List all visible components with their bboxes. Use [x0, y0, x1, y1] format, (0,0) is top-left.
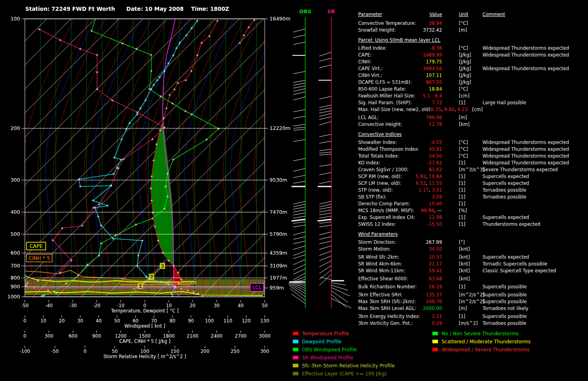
param-value: 38.94: [382, 20, 442, 26]
wind-barb: [293, 124, 305, 126]
wind-barb: [319, 111, 331, 113]
wind-barb: [293, 181, 305, 183]
param-value: -27.62: [382, 160, 442, 166]
param-unit: [1]: [459, 215, 465, 220]
wind-barb: [319, 237, 331, 239]
adiabat-gridline: [285, 19, 337, 297]
param-unit: [m]: [459, 306, 467, 311]
axis-tick-label: 300: [45, 333, 53, 339]
param-row: Sig. Hail Param. (SHIP):7.72[1]Large Hai…: [358, 100, 588, 106]
wind-barb: [293, 86, 305, 88]
param-unit: [m^3/s^3]: [459, 167, 485, 172]
value-part: 20.57: [429, 254, 442, 260]
param-unit: [m/s^2]: [459, 320, 478, 326]
moist-adiabat-gridline: [184, 19, 233, 297]
value-part: 267.99: [426, 239, 442, 245]
axis-tick-label: 110: [223, 318, 232, 324]
param-value: 12.98: [382, 215, 442, 220]
param-row: SR Wind Sfc-2km:20.57[knt]Supercells exp…: [358, 254, 588, 260]
param-row: SWISS 12 Index:-15.50[1]Thunderstorms ex…: [358, 221, 588, 227]
axis-tick-label: 70: [151, 318, 157, 324]
param-comment: Supercells expected: [483, 174, 529, 179]
legend-label: Scattered / Moderate Thunderstorms: [442, 339, 531, 345]
adiabat-gridline: [300, 19, 352, 297]
sr-staff-label: SR: [327, 8, 335, 14]
wind-barb: [319, 52, 331, 56]
wind-barb: [319, 141, 331, 143]
param-row: Max. Hail Size (new, new2, old):5.35, 9.…: [358, 107, 588, 113]
pressure-label: 300: [10, 177, 20, 183]
wind-barb: [319, 113, 331, 116]
axis-tick-label: 250: [231, 349, 239, 354]
adiabat-gridline: [331, 19, 357, 297]
wind-barb: [293, 158, 305, 161]
axis-tick-label: 10: [166, 303, 172, 308]
wind-barb: [293, 213, 305, 215]
wind-barb: [319, 134, 331, 137]
adiabat-gridline: [84, 19, 136, 297]
param-row: 850-600 Lapse Rate:18.84[°C]: [358, 86, 588, 92]
axis-tick-label: 10: [41, 318, 47, 324]
axis-tick-label: 0: [143, 303, 146, 308]
wind-barb: [319, 261, 331, 267]
axis-tick-label: 130: [260, 318, 269, 324]
pressure-label: 500: [10, 231, 20, 237]
adiabat-gridline: [177, 19, 229, 297]
wind-barb: [293, 92, 305, 95]
param-unit: [m^2/s^2]: [459, 292, 485, 298]
value-part: 1.17: [418, 187, 429, 193]
value-part: 249.76: [426, 299, 442, 304]
value-part: 11.78: [429, 122, 442, 127]
param-value: 26.19: [382, 284, 442, 290]
wind-barb: [331, 285, 348, 290]
value-part: 38.94: [429, 20, 442, 26]
axis-tick-label: 50: [262, 303, 268, 308]
param-unit: [°C]: [459, 140, 468, 145]
value-part: 54.50: [429, 153, 442, 159]
param-unit: [J/kg]: [459, 79, 471, 85]
column-header-comment: Comment: [483, 12, 505, 17]
param-unit: [1]: [459, 201, 465, 207]
param-row: Derecho Comp Param:10.40[1]: [358, 201, 588, 207]
param-unit: [m^2/s^2]: [459, 299, 485, 304]
param-row: SR Wind 4km-6km:21.17[knt]Tornadic Super…: [358, 261, 588, 267]
legend-label: Dewpoint Profile: [302, 339, 341, 345]
axis-tick-label: -10: [117, 303, 125, 308]
wind-barb: [293, 168, 305, 171]
param-comment: Large Hail possible: [483, 100, 526, 105]
adiabat-gridline: [347, 19, 357, 297]
param-row: SCP LM (new, old):6.52, 11.55[1]Supercel…: [358, 180, 588, 186]
axis-tick-label: 40: [96, 318, 102, 324]
wind-barb: [293, 127, 305, 128]
wind-barb: [293, 201, 305, 204]
axis-tick-label: 120: [242, 318, 251, 324]
param-unit: [knt]: [459, 254, 470, 260]
param-value: 867.05: [382, 79, 442, 85]
param-value: 99.96, ---: [382, 208, 442, 213]
param-comment: Widespread Thunderstorms expected: [483, 160, 569, 166]
param-unit: [J/kg]: [459, 52, 471, 58]
wind-barb: [293, 232, 305, 235]
value-part: ,: [434, 208, 437, 213]
axis-tick-label: 600: [69, 333, 77, 339]
axis-tick-label: -50: [51, 349, 59, 354]
axis-tick-label: 300: [260, 349, 269, 354]
param-comment: Widespread Thunderstorms expected: [483, 45, 569, 51]
param-comment: Supercells possible: [483, 284, 527, 290]
param-row: Fawbush-Miller Hail Size:5.1 - 6.4[cm]: [358, 93, 588, 99]
param-comment: Supercells expected: [483, 215, 529, 220]
legend-label: No / Non Severe Thunderstorms: [442, 331, 519, 336]
grid-group: 123: [0, 16, 357, 298]
param-value: 2684.56: [382, 66, 442, 71]
value-part: -27.62: [427, 160, 442, 166]
axis-tick-label: 2100: [187, 333, 198, 339]
param-value: 6.52, 11.55: [382, 180, 442, 186]
param-comment: Tornadic Supercells possible: [483, 261, 547, 267]
legend-swatch: [293, 364, 298, 367]
legend-item: Scattered / Moderate Thunderstorms: [432, 339, 531, 345]
legend-item: Temperature Profile: [293, 331, 349, 336]
param-row: STP (new, old):1.17, 3.01[1]Tornadoes po…: [358, 187, 588, 193]
param-row: Lifted Index:-8.36[°C]Widespread Thunder…: [358, 45, 588, 51]
value-part: 10.84: [429, 174, 442, 179]
parameter-panel: ParameterValueUnitCommentConvective Temp…: [358, 0, 588, 333]
